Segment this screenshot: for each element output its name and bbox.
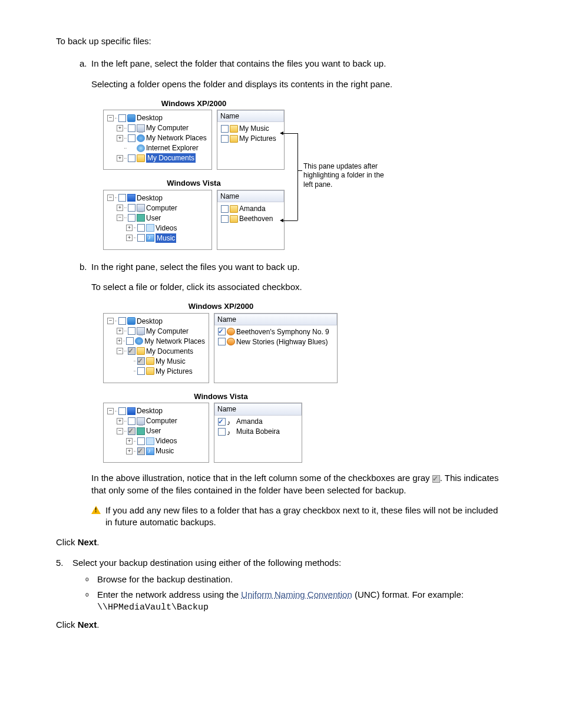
expand-icon[interactable]: + [117,338,122,344]
expand-icon[interactable]: + [117,125,123,131]
fig1-vista-file-pane[interactable]: Name Amanda Beethoven [217,190,285,250]
expand-icon[interactable]: + [126,448,133,454]
folder-icon [146,367,154,375]
tree-videos[interactable]: Videos [156,223,177,233]
checkbox-partial[interactable] [137,357,145,365]
checkbox[interactable] [137,224,145,232]
expand-icon[interactable]: + [117,155,123,162]
tree-desktop[interactable]: Desktop [137,317,163,326]
checkbox-partial[interactable] [128,347,135,355]
computer-icon [137,124,145,132]
fig1-vista-tree-pane[interactable]: −Desktop +Computer −User +Videos +Music [103,190,212,250]
checkbox[interactable] [221,125,229,133]
collapse-icon[interactable]: − [117,348,123,354]
fig2-vista-tree-pane[interactable]: −Desktop +Computer −User +Videos +Music [103,403,209,463]
collapse-icon[interactable]: − [107,195,114,201]
expand-icon[interactable]: + [117,205,123,211]
tree-user[interactable]: User [146,213,161,223]
checkbox[interactable] [128,154,135,162]
file-mymusic[interactable]: My Music [239,124,269,133]
checkbox[interactable] [221,135,229,143]
step-a-p1: In the left pane, select the folder that… [91,58,386,68]
unc-example-code: \\HPMediaVault\Backup [97,602,209,612]
name-column-header[interactable]: Name [217,110,284,122]
step-b-p1: In the right pane, select the files you … [91,262,300,272]
checkbox[interactable] [128,124,135,132]
checkbox[interactable] [118,114,126,122]
folder-open-icon [137,347,145,355]
checkbox[interactable] [218,428,226,436]
checkbox-checked[interactable] [218,328,226,335]
checkbox-partial[interactable] [137,447,145,455]
tree-computer[interactable]: Computer [146,203,177,213]
checkbox[interactable] [128,214,135,222]
tree-mydocs[interactable]: My Documents [146,347,193,356]
file-amanda[interactable]: Amanda [239,204,266,213]
step-5-p1: Select your backup destination using eit… [72,558,341,568]
checkbox[interactable] [137,367,145,375]
tree-desktop[interactable]: Desktop [137,113,163,123]
checkbox[interactable] [221,215,229,223]
tree-mycomputer[interactable]: My Computer [146,327,189,336]
fig2-vista-file-pane[interactable]: Name ♪Amanda ♪Muita Bobeira [214,403,302,463]
fig2-xp-tree-pane[interactable]: −Desktop +My Computer +My Network Places… [103,313,209,383]
collapse-icon[interactable]: − [107,408,114,414]
checkbox[interactable] [128,327,135,335]
expand-icon[interactable]: + [117,418,123,424]
checkbox[interactable] [128,134,135,142]
expand-icon[interactable]: + [117,135,123,141]
user-icon [137,214,145,222]
checkbox-partial[interactable] [128,427,135,435]
tree-mymusic[interactable]: My Music [156,357,186,366]
warning-note: If you add any new files to a folder tha… [91,505,506,529]
tree-mycomputer[interactable]: My Computer [146,123,189,133]
expand-icon[interactable]: + [126,438,133,444]
checkbox[interactable] [137,234,145,242]
tree-videos[interactable]: Videos [156,436,177,446]
checkbox[interactable] [218,338,226,345]
checkbox[interactable] [118,194,126,202]
file-beethoven[interactable]: Beethoven [239,214,273,223]
file-mypics[interactable]: My Pictures [239,134,276,143]
expand-icon[interactable]: + [126,235,133,241]
expand-icon[interactable]: + [126,225,133,231]
tree-mydocs-selected[interactable]: My Documents [146,153,196,163]
checkbox[interactable] [128,417,135,425]
checkbox[interactable] [128,204,135,212]
checkbox[interactable] [118,317,126,325]
checkbox[interactable] [137,437,145,445]
step5-bullet-unc: Enter the network address using the Unif… [89,589,506,614]
file-beethoven9[interactable]: Beethoven's Symphony No. 9 [236,327,329,337]
file-muita[interactable]: Muita Bobeira [236,427,280,436]
fig2-xp-file-pane[interactable]: Name Beethoven's Symphony No. 9 New Stor… [214,313,338,383]
tree-desktop[interactable]: Desktop [137,193,163,203]
fig1-xp-tree-pane[interactable]: −Desktop +My Computer +My Network Places… [103,110,212,170]
tree-mynetwork[interactable]: My Network Places [146,133,207,143]
tree-ie[interactable]: Internet Explorer [146,143,199,153]
name-column-header[interactable]: Name [214,314,337,325]
collapse-icon[interactable]: − [107,318,114,324]
checkbox[interactable] [118,407,126,415]
expand-icon[interactable]: + [117,328,123,334]
collapse-icon[interactable]: − [107,115,114,121]
tree-music[interactable]: Music [156,446,174,456]
file-amanda[interactable]: Amanda [236,417,263,426]
name-column-header[interactable]: Name [214,403,302,415]
checkbox[interactable] [126,337,134,345]
click-next-2: Click Next. [56,619,506,631]
tree-mynetwork[interactable]: My Network Places [144,337,205,346]
file-newstories[interactable]: New Stories (Highway Blues) [236,337,328,347]
tree-computer[interactable]: Computer [146,416,177,426]
tree-user[interactable]: User [146,426,161,436]
fig1-xp-file-pane[interactable]: Name My Music My Pictures [217,110,285,170]
checkbox[interactable] [221,205,229,213]
checkbox-checked[interactable] [218,418,226,426]
tree-desktop[interactable]: Desktop [137,406,163,416]
tree-music-selected[interactable]: Music [156,233,176,243]
tree-mypics[interactable]: My Pictures [156,367,193,376]
name-column-header[interactable]: Name [217,190,284,202]
collapse-icon[interactable]: − [117,428,123,434]
unc-link[interactable]: Uniform Naming Convention [241,589,352,599]
collapse-icon[interactable]: − [117,215,123,221]
fig2-vista-title: Windows Vista [103,391,339,402]
